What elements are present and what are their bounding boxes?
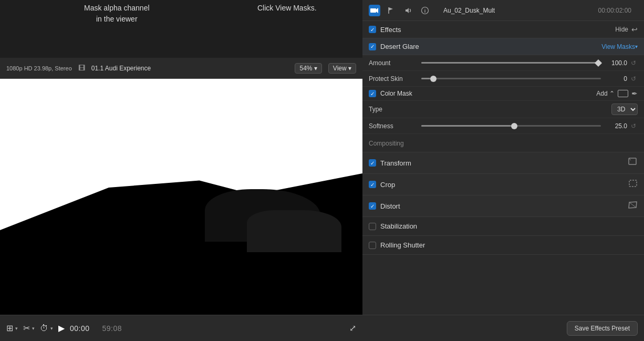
annotation-area: Mask alpha channel in the viewer Click V… — [0, 0, 362, 58]
trim-icon[interactable]: ✂ — [23, 323, 30, 333]
current-timecode: 00:00 — [70, 324, 90, 333]
softness-label: Softness — [369, 122, 421, 130]
crop-checkbox[interactable] — [369, 181, 376, 188]
color-mask-row: Color Mask Add ⌃ ✒ — [362, 87, 644, 101]
protect-skin-track[interactable] — [421, 78, 601, 79]
desert-glare-checkbox[interactable] — [369, 43, 376, 50]
mask-car2-silhouette — [247, 210, 341, 252]
color-mask-label: Color Mask — [380, 90, 412, 97]
type-select[interactable]: 3D 2D — [611, 104, 638, 115]
trim-chevron[interactable]: ▾ — [32, 326, 35, 331]
protect-skin-slider-area[interactable] — [421, 78, 601, 79]
viewer-area — [0, 79, 362, 315]
layout-chevron[interactable]: ▾ — [15, 326, 18, 331]
protect-skin-reset[interactable]: ↺ — [629, 75, 638, 83]
click-tooltip: Click View Masks. — [257, 3, 317, 14]
amount-reset[interactable]: ↺ — [629, 59, 638, 67]
layout-icon[interactable]: ⊞ — [6, 323, 13, 333]
softness-reset[interactable]: ↺ — [629, 122, 638, 130]
effects-panel: Effects Hide ↩ Desert Glare View Masks ▾… — [362, 21, 644, 315]
eyedropper-icon[interactable]: ✒ — [631, 89, 638, 98]
svg-line-10 — [629, 202, 636, 208]
clip-title: Au_02_Dusk_Mult — [443, 7, 495, 14]
speed-icon-group[interactable]: ⏱ ▾ — [40, 324, 53, 333]
desert-glare-row: Desert Glare View Masks ▾ — [362, 38, 644, 55]
svg-rect-3 — [370, 8, 376, 13]
distort-icon[interactable] — [628, 201, 638, 211]
resolution-info: 1080p HD 23.98p, Stereo — [6, 65, 72, 71]
effects-label: Effects — [380, 26, 401, 34]
type-row: Type 3D 2D — [362, 101, 644, 118]
amount-label: Amount — [369, 59, 421, 67]
viewer-header: 1080p HD 23.98p, Stereo 🎞 01.1 Audi Expe… — [0, 58, 362, 79]
amount-value: 100.0 — [601, 59, 627, 67]
panel-footer: Save Effects Preset — [362, 315, 644, 341]
view-button[interactable]: View ▾ — [328, 63, 356, 74]
square-icon[interactable] — [618, 90, 628, 97]
compositing-label: Compositing — [369, 140, 404, 147]
tool-icon-group[interactable]: ✂ ▾ — [23, 323, 35, 333]
color-mask-checkbox[interactable] — [369, 90, 376, 97]
softness-value: 25.0 — [601, 122, 627, 130]
transform-icon[interactable] — [628, 158, 638, 168]
flag-icon[interactable] — [386, 5, 397, 16]
amount-slider-track[interactable] — [421, 62, 601, 64]
zoom-button[interactable]: 54% ▾ — [295, 63, 321, 74]
protect-skin-fill — [421, 78, 430, 79]
inspector-toolbar: i Au_02_Dusk_Mult 00:00:02:00 — [362, 0, 644, 21]
transform-checkbox[interactable] — [369, 159, 376, 167]
hide-button[interactable]: Hide — [615, 26, 628, 33]
view-masks-chevron[interactable]: ▾ — [635, 44, 638, 49]
clip-timecode: 00:00:02:00 — [598, 7, 631, 14]
protect-skin-value: 0 — [601, 75, 627, 82]
protect-skin-label: Protect Skin — [369, 75, 421, 82]
clip-info-bar: Au_02_Dusk_Mult 00:00:02:00 — [437, 7, 638, 14]
rolling-shutter-row: Rolling Shutter — [362, 236, 644, 255]
amount-slider-area[interactable] — [421, 62, 601, 64]
amount-slider-fill — [421, 62, 601, 64]
stabilization-checkbox[interactable] — [369, 223, 376, 230]
protect-skin-row: Protect Skin 0 ↺ — [362, 71, 644, 87]
svg-rect-9 — [629, 180, 637, 187]
softness-slider-area[interactable] — [421, 125, 601, 127]
protect-skin-thumb[interactable] — [430, 76, 437, 82]
rolling-shutter-checkbox[interactable] — [369, 242, 376, 249]
svg-text:i: i — [424, 8, 426, 14]
softness-track[interactable] — [421, 125, 601, 127]
distort-checkbox[interactable] — [369, 202, 376, 210]
distort-row: Distort — [362, 195, 644, 217]
effects-checkbox[interactable] — [369, 26, 376, 33]
crop-icon[interactable] — [628, 179, 638, 190]
film-icon: 🎞 — [78, 64, 85, 72]
mask-tooltip: Mask alpha channel in the viewer — [84, 3, 150, 25]
softness-fill — [421, 125, 511, 127]
right-panel: i Au_02_Dusk_Mult 00:00:02:00 Effects Hi… — [362, 0, 644, 341]
transform-label: Transform — [380, 159, 411, 167]
add-button[interactable]: Add ⌃ — [596, 90, 615, 97]
viewer-canvas — [0, 79, 362, 315]
type-label: Type — [369, 106, 421, 113]
play-button[interactable]: ▶ — [58, 323, 65, 333]
view-masks-button[interactable]: View Masks — [601, 43, 635, 50]
fullscreen-button[interactable]: ⤢ — [349, 323, 356, 333]
timeline-controls: ⊞ ▾ ✂ ▾ ⏱ ▾ ▶ 00:00 59:08 ⤢ — [0, 315, 362, 341]
stabilization-row: Stabilization — [362, 217, 644, 236]
effects-header: Effects Hide ↩ — [362, 21, 644, 38]
softness-thumb[interactable] — [511, 123, 517, 129]
undo-button[interactable]: ↩ — [631, 25, 638, 34]
clip-name: 01.1 Audi Experience — [91, 65, 289, 72]
audio-icon[interactable] — [402, 5, 414, 16]
rolling-shutter-label: Rolling Shutter — [380, 241, 425, 249]
layout-icon-group[interactable]: ⊞ ▾ — [6, 323, 18, 333]
speed-chevron[interactable]: ▾ — [50, 326, 53, 331]
crop-label: Crop — [380, 181, 395, 189]
info-icon[interactable]: i — [419, 5, 431, 16]
crop-row: Crop — [362, 174, 644, 195]
amount-row: Amount 100.0 ↺ — [362, 55, 644, 71]
desert-glare-label: Desert Glare — [380, 43, 419, 50]
save-preset-button[interactable]: Save Effects Preset — [567, 321, 638, 336]
speed-icon[interactable]: ⏱ — [40, 324, 48, 333]
total-timecode: 59:08 — [102, 324, 122, 333]
svg-marker-4 — [376, 8, 378, 13]
video-inspector-icon[interactable] — [369, 5, 380, 16]
